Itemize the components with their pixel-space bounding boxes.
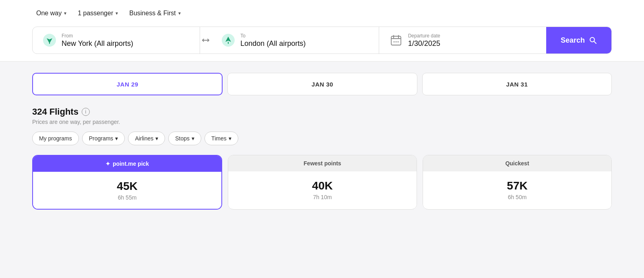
way-type-selector[interactable]: One way ▾ <box>32 7 70 19</box>
top-bar: One way ▾ 1 passenger ▾ Business & First… <box>0 0 644 62</box>
departure-field[interactable]: Departure date 1/30/2025 <box>379 27 546 54</box>
card-header-label: Fewest points <box>303 160 341 167</box>
card-points: 40K <box>236 179 409 192</box>
card-duration: 6h 50m <box>431 194 603 200</box>
svg-rect-6 <box>391 36 401 45</box>
card-header-featured: ✦ point.me pick <box>33 156 221 172</box>
svg-point-10 <box>393 41 394 43</box>
card-body-featured: 45K 6h 55m <box>33 172 221 209</box>
card-header-fewest: Fewest points <box>228 155 417 171</box>
swap-button[interactable] <box>198 27 213 54</box>
passengers-selector[interactable]: 1 passenger ▾ <box>74 7 122 19</box>
cabin-class-selector[interactable]: Business & First ▾ <box>125 7 185 19</box>
from-value: New York (All airports) <box>62 39 133 48</box>
card-points: 45K <box>41 180 213 193</box>
way-type-chevron: ▾ <box>64 10 66 16</box>
departure-label: Departure date <box>408 33 440 39</box>
card-header-quickest: Quickest <box>423 155 611 171</box>
filter-times[interactable]: Times ▾ <box>204 132 238 145</box>
filter-stops[interactable]: Stops ▾ <box>168 132 201 145</box>
search-button[interactable]: Search <box>546 27 611 54</box>
calendar-icon <box>389 33 403 47</box>
to-value: London (All airports) <box>240 39 305 48</box>
svg-line-14 <box>594 41 596 43</box>
filter-my-programs[interactable]: My programs <box>32 132 79 145</box>
search-icon <box>589 36 597 44</box>
to-airport-icon <box>221 33 235 47</box>
result-card-fewest[interactable]: Fewest points 40K 7h 10m <box>228 155 417 210</box>
from-field[interactable]: From New York (All airports) <box>33 27 200 54</box>
flights-subtitle: Prices are one way, per passenger. <box>32 119 612 125</box>
departure-field-text: Departure date 1/30/2025 <box>408 33 440 48</box>
sparkle-icon: ✦ <box>105 161 110 167</box>
card-body-fewest: 40K 7h 10m <box>228 171 417 208</box>
card-duration: 7h 10m <box>236 194 409 200</box>
svg-point-12 <box>397 41 398 43</box>
info-icon[interactable]: i <box>82 108 90 116</box>
flights-header: 324 Flights i Prices are one way, per pa… <box>32 107 612 125</box>
from-field-text: From New York (All airports) <box>62 33 133 48</box>
result-card-featured[interactable]: ✦ point.me pick 45K 6h 55m <box>32 155 222 210</box>
trip-options: One way ▾ 1 passenger ▾ Business & First… <box>32 7 612 19</box>
flights-count-text: 324 Flights <box>32 107 78 117</box>
card-header-label: Quickest <box>505 160 529 167</box>
chevron-down-icon: ▾ <box>155 135 158 142</box>
filter-airlines[interactable]: Airlines ▾ <box>128 132 165 145</box>
filter-row: My programs Programs ▾ Airlines ▾ Stops … <box>32 132 612 145</box>
date-tab-jan30[interactable]: JAN 30 <box>227 73 417 95</box>
card-points: 57K <box>431 179 603 192</box>
result-card-quickest[interactable]: Quickest 57K 6h 50m <box>423 155 612 210</box>
chevron-down-icon: ▾ <box>192 135 194 142</box>
result-cards: ✦ point.me pick 45K 6h 55m Fewest points… <box>32 155 612 210</box>
way-type-label: One way <box>36 10 62 17</box>
search-button-label: Search <box>561 36 585 45</box>
svg-point-11 <box>395 41 396 43</box>
to-field[interactable]: To London (All airports) <box>211 27 379 54</box>
passengers-label: 1 passenger <box>78 10 113 17</box>
flights-count-row: 324 Flights i <box>32 107 612 117</box>
date-tab-jan31[interactable]: JAN 31 <box>422 73 612 95</box>
card-duration: 6h 55m <box>41 194 213 201</box>
cabin-class-chevron: ▾ <box>178 10 181 16</box>
from-airport-icon <box>42 33 57 47</box>
chevron-down-icon: ▾ <box>229 135 231 142</box>
card-body-quickest: 57K 6h 50m <box>423 171 611 208</box>
to-label: To <box>240 33 305 39</box>
filter-programs[interactable]: Programs ▾ <box>82 132 125 145</box>
main-content: JAN 29 JAN 30 JAN 31 324 Flights i Price… <box>0 62 644 221</box>
passengers-chevron: ▾ <box>116 10 118 16</box>
departure-value: 1/30/2025 <box>408 39 440 48</box>
card-header-label: point.me pick <box>113 161 149 167</box>
search-bar: From New York (All airports) To <box>32 27 612 54</box>
from-label: From <box>62 33 133 39</box>
cabin-class-label: Business & First <box>129 10 176 17</box>
to-field-text: To London (All airports) <box>240 33 305 48</box>
chevron-down-icon: ▾ <box>115 135 118 142</box>
date-tabs: JAN 29 JAN 30 JAN 31 <box>32 73 612 95</box>
date-tab-jan29[interactable]: JAN 29 <box>32 73 223 95</box>
